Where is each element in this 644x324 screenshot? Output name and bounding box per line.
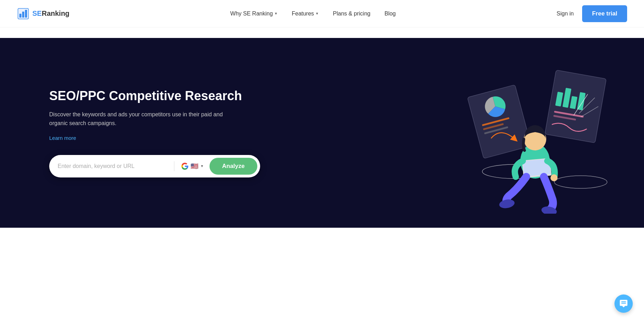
country-flag-icon: 🇺🇸: [191, 162, 198, 170]
hero-content: SEO/PPC Competitive Research Discover th…: [49, 88, 260, 177]
logo-text: SERanking: [32, 9, 70, 18]
svg-rect-5: [468, 85, 532, 158]
logo[interactable]: SERanking: [17, 7, 70, 20]
svg-point-28: [550, 174, 558, 181]
hero-section: SEO/PPC Competitive Research Discover th…: [0, 38, 644, 228]
learn-more-link[interactable]: Learn more: [49, 135, 76, 141]
google-icon: [181, 163, 188, 170]
features-chevron-icon: ▼: [315, 12, 319, 15]
illustration-svg: [454, 52, 623, 214]
svg-point-21: [554, 176, 607, 188]
logo-icon: [17, 7, 30, 20]
engine-selector[interactable]: 🇺🇸 ▼: [179, 161, 207, 171]
nav-blog[interactable]: Blog: [385, 11, 396, 17]
nav-features[interactable]: Features ▼: [292, 11, 319, 17]
search-divider: [174, 161, 174, 171]
svg-rect-4: [25, 10, 27, 18]
navbar: SERanking Why SE Ranking ▼ Features ▼ Pl…: [0, 0, 644, 27]
nav-links: Why SE Ranking ▼ Features ▼ Plans & pric…: [230, 11, 396, 17]
svg-point-26: [498, 198, 515, 209]
hero-title: SEO/PPC Competitive Research: [49, 88, 260, 103]
hero-illustration: [454, 52, 623, 214]
sign-in-button[interactable]: Sign in: [556, 11, 574, 17]
navbar-actions: Sign in Free trial: [556, 5, 627, 22]
spacer: [0, 27, 644, 38]
nav-why-se-ranking[interactable]: Why SE Ranking ▼: [230, 11, 278, 17]
free-trial-button[interactable]: Free trial: [582, 5, 627, 22]
hero-subtitle: Discover the keywords and ads your compe…: [49, 110, 239, 128]
analyze-button[interactable]: Analyze: [210, 158, 257, 175]
svg-rect-2: [19, 14, 21, 18]
selector-chevron-icon: ▼: [200, 164, 204, 168]
svg-rect-3: [22, 12, 24, 18]
nav-plans-pricing[interactable]: Plans & pricing: [333, 11, 371, 17]
why-se-ranking-chevron-icon: ▼: [274, 12, 278, 15]
search-bar: 🇺🇸 ▼ Analyze: [49, 155, 260, 177]
search-input[interactable]: [58, 163, 170, 169]
